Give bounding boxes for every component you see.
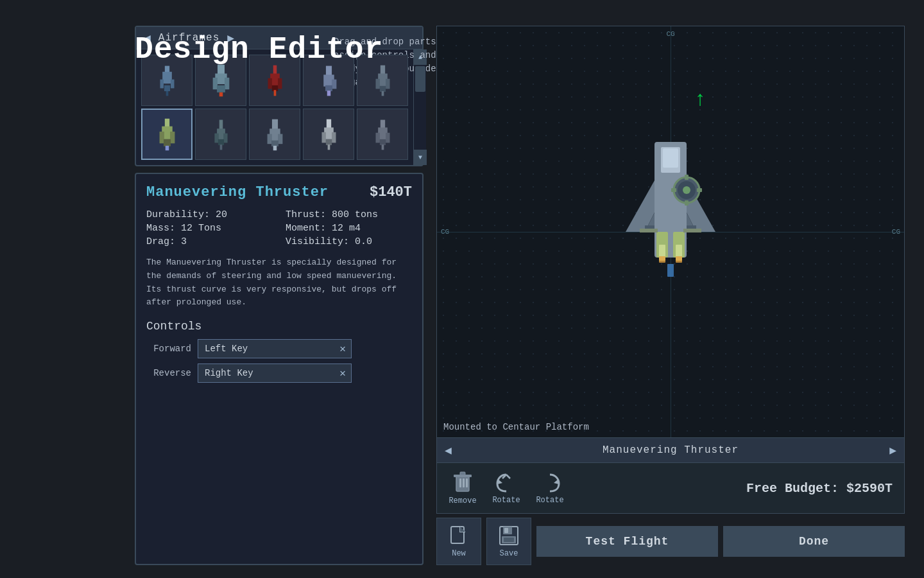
svg-rect-39 <box>223 133 227 143</box>
part-prev-button[interactable]: ◀ <box>445 443 452 457</box>
svg-rect-91 <box>466 478 468 487</box>
svg-rect-3 <box>171 79 175 88</box>
trash-icon <box>452 471 473 494</box>
svg-rect-90 <box>463 478 465 487</box>
remove-button[interactable]: Remove <box>443 468 482 508</box>
part-durability: Durability: 20 <box>146 209 273 220</box>
part-name: Manuevering Thruster <box>146 184 329 200</box>
svg-rect-46 <box>271 140 278 146</box>
rotate-right-button[interactable]: Rotate <box>531 469 569 507</box>
design-canvas[interactable]: CG CG CG ↑ <box>436 26 905 438</box>
svg-rect-56 <box>375 132 379 143</box>
svg-rect-72 <box>659 256 665 263</box>
scroll-thumb[interactable] <box>415 66 425 92</box>
new-document-icon <box>448 525 470 547</box>
svg-rect-38 <box>214 133 218 143</box>
test-flight-button[interactable]: Test Flight <box>536 526 718 557</box>
svg-rect-11 <box>219 92 223 96</box>
svg-rect-2 <box>160 79 164 88</box>
svg-rect-73 <box>676 256 682 263</box>
scroll-track <box>414 65 426 150</box>
reverse-control-row: Reverse ✕ <box>146 363 412 383</box>
reverse-clear-button[interactable]: ✕ <box>334 364 351 382</box>
rotate-left-button[interactable]: Rotate <box>487 469 526 507</box>
reverse-label: Reverse <box>146 368 191 378</box>
new-button[interactable]: New <box>436 518 481 565</box>
svg-rect-32 <box>159 131 164 143</box>
move-arrow-indicator: ↑ <box>694 88 706 112</box>
svg-rect-5 <box>166 91 168 96</box>
part-mass: Mass: 12 Tons <box>146 223 273 234</box>
svg-rect-47 <box>273 145 277 150</box>
svg-rect-59 <box>381 144 384 150</box>
svg-rect-52 <box>325 139 331 144</box>
rotate-left-label: Rotate <box>492 496 520 505</box>
airframe-item[interactable] <box>141 109 193 160</box>
action-buttons-row: Remove Rotate <box>436 463 905 514</box>
svg-rect-10 <box>217 85 225 92</box>
done-button[interactable]: Done <box>723 526 905 557</box>
svg-rect-51 <box>332 132 336 143</box>
reverse-input-wrapper: ✕ <box>198 363 352 383</box>
svg-marker-92 <box>497 479 502 484</box>
new-label: New <box>452 549 466 558</box>
page-title: Design Editor <box>135 32 383 67</box>
airframe-item[interactable] <box>357 109 408 160</box>
reverse-input[interactable] <box>198 364 334 382</box>
svg-point-76 <box>683 186 690 194</box>
airframe-item[interactable] <box>303 109 354 160</box>
forward-control-row: Forward ✕ <box>146 339 412 358</box>
svg-rect-50 <box>321 132 325 143</box>
svg-rect-9 <box>225 77 229 89</box>
part-moment: Moment: 12 m4 <box>286 223 412 234</box>
airframes-scrollbar: ▲ ▼ <box>413 49 426 165</box>
svg-rect-85 <box>683 229 701 232</box>
remove-label: Remove <box>449 496 476 505</box>
svg-rect-58 <box>379 139 385 144</box>
airframe-item[interactable] <box>249 109 300 160</box>
ship-sprite <box>619 129 722 335</box>
svg-rect-53 <box>327 144 330 150</box>
part-visibility: Visibility: 0.0 <box>286 236 412 247</box>
svg-rect-78 <box>685 200 689 206</box>
svg-rect-44 <box>267 134 271 144</box>
svg-rect-15 <box>278 78 282 88</box>
svg-rect-21 <box>332 79 336 89</box>
svg-rect-1 <box>162 71 172 83</box>
part-info-panel: Manuevering Thruster $140T Durability: 2… <box>135 173 424 565</box>
forward-label: Forward <box>146 344 191 354</box>
svg-rect-77 <box>685 175 689 180</box>
svg-rect-4 <box>164 85 169 91</box>
mounted-label: Mounted to Centaur Platform <box>443 422 589 432</box>
forward-input[interactable] <box>198 340 334 358</box>
svg-rect-26 <box>375 78 379 89</box>
save-label: Save <box>500 549 518 558</box>
svg-rect-80 <box>697 188 702 192</box>
svg-rect-79 <box>671 188 676 192</box>
svg-rect-17 <box>273 90 276 96</box>
svg-rect-98 <box>504 528 508 533</box>
selected-part-name: Manuevering Thruster <box>458 444 883 456</box>
part-description: The Manuevering Thruster is specially de… <box>146 256 412 310</box>
svg-rect-83 <box>667 264 674 277</box>
part-thrust: Thrust: 800 tons <box>286 209 412 220</box>
svg-rect-23 <box>327 91 330 96</box>
svg-rect-40 <box>218 139 223 144</box>
scroll-down-button[interactable]: ▼ <box>414 150 427 165</box>
airframe-item[interactable] <box>195 109 246 160</box>
svg-rect-84 <box>640 229 658 232</box>
forward-clear-button[interactable]: ✕ <box>334 340 351 358</box>
svg-rect-88 <box>460 472 465 475</box>
svg-rect-35 <box>165 145 169 150</box>
rotate-right-label: Rotate <box>536 496 563 505</box>
svg-rect-27 <box>386 78 389 89</box>
part-next-button[interactable]: ▶ <box>889 443 896 457</box>
svg-rect-22 <box>325 85 332 91</box>
svg-rect-89 <box>459 478 461 487</box>
svg-rect-29 <box>381 91 384 96</box>
forward-input-wrapper: ✕ <box>198 339 352 358</box>
svg-rect-41 <box>219 144 222 150</box>
budget-display: Free Budget: $2590T <box>746 481 893 496</box>
save-floppy-icon <box>498 525 520 547</box>
save-button[interactable]: Save <box>486 518 531 565</box>
